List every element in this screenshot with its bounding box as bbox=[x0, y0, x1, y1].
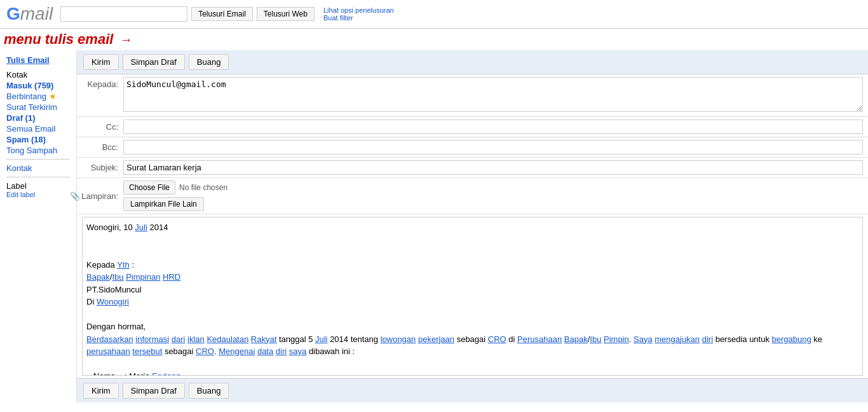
pimpin-link[interactable]: Pimpin bbox=[604, 334, 629, 344]
body-editor[interactable]: Wonogiri, 10 Juli 2014 Kepada Yth : Bapa… bbox=[82, 217, 863, 376]
sidebar-nav: Kotak Masuk (759) Berbintang ★ Surat Ter… bbox=[6, 70, 70, 155]
sidebar-item-tong-sampah[interactable]: Tong Sampah bbox=[6, 146, 70, 155]
sidebar: Tulis Email Kotak Masuk (759) Berbintang… bbox=[0, 50, 76, 402]
mengenai-link[interactable]: Mengenai bbox=[219, 347, 255, 356]
choose-file-button[interactable]: Choose File bbox=[123, 181, 175, 195]
edit-label-link[interactable]: Edit label bbox=[6, 191, 70, 198]
annotation-text: menu tulis email bbox=[0, 30, 119, 49]
bottom-toolbar: Kirim Simpan Draf Buang bbox=[77, 378, 868, 402]
wonogiri-link[interactable]: Wonogiri bbox=[97, 297, 129, 306]
bapak-link[interactable]: Bapak bbox=[86, 272, 110, 282]
header: Gmail Telusuri Email Telusuri Web Lihat … bbox=[0, 0, 868, 29]
kepada-textarea[interactable]: SidoMuncul@gmail.com bbox=[123, 77, 863, 112]
search-links: Lihat opsi penelusuran Buat filter bbox=[323, 6, 394, 22]
label-section: Label Edit label bbox=[6, 181, 70, 198]
kirim-button-bottom[interactable]: Kirim bbox=[83, 383, 119, 399]
sidebar-item-berbintang[interactable]: Berbintang ★ bbox=[6, 92, 70, 101]
subjek-input-wrapper bbox=[123, 160, 863, 175]
label-title: Label bbox=[6, 181, 27, 191]
yth-link[interactable]: Yth bbox=[117, 260, 130, 270]
main-content: Kirim Simpan Draf Buang Kepada: SidoMunc… bbox=[76, 50, 868, 402]
bcc-row: Bcc: bbox=[77, 137, 868, 158]
kirim-button-top[interactable]: Kirim bbox=[83, 54, 119, 70]
sidebar-item-surat-terkirim[interactable]: Surat Terkirim bbox=[6, 102, 70, 112]
bergabung-link[interactable]: bergabung bbox=[772, 334, 811, 344]
sidebar-item-kotak[interactable]: Kotak bbox=[6, 70, 70, 79]
kepada-input-wrapper: SidoMuncul@gmail.com bbox=[123, 77, 863, 114]
logo-mail: mail bbox=[20, 4, 53, 24]
star-icon: ★ bbox=[49, 92, 57, 101]
logo-g: G bbox=[6, 4, 20, 24]
lampiran-row: 📎 Lampiran: Choose File No file chosen L… bbox=[77, 178, 868, 214]
berdasarkan-link[interactable]: Berdasarkan bbox=[86, 334, 133, 344]
annotation-arrow: → bbox=[119, 32, 132, 47]
compose-form: Kepada: SidoMuncul@gmail.com Cc: Bcc: bbox=[77, 74, 868, 378]
top-toolbar: Kirim Simpan Draf Buang bbox=[77, 50, 868, 74]
cro-link[interactable]: CRO bbox=[488, 334, 506, 344]
juli-link[interactable]: Juli bbox=[135, 223, 147, 232]
tersebut-link[interactable]: tersebut bbox=[132, 347, 162, 356]
simpan-draf-button-bottom[interactable]: Simpan Draf bbox=[123, 383, 185, 399]
cc-row: Cc: bbox=[77, 117, 868, 137]
file-input-row: Choose File No file chosen bbox=[123, 181, 227, 195]
bapak2-link[interactable]: Bapak bbox=[564, 334, 588, 344]
opsi-link[interactable]: Lihat opsi penelusuran bbox=[323, 6, 394, 14]
ibu-link[interactable]: Ibu bbox=[112, 272, 124, 282]
telusuri-email-button[interactable]: Telusuri Email bbox=[191, 7, 253, 21]
lampirkan-file-lain-button[interactable]: Lampirkan File Lain bbox=[123, 197, 204, 211]
sidebar-item-masuk[interactable]: Masuk (759) bbox=[6, 81, 70, 90]
attachment-controls: Choose File No file chosen Lampirkan Fil… bbox=[123, 181, 227, 211]
lowongan-link[interactable]: lowongan bbox=[381, 334, 416, 344]
hrd-link[interactable]: HRD bbox=[163, 272, 180, 282]
bcc-label: Bcc: bbox=[82, 140, 123, 152]
layout: Tulis Email Kotak Masuk (759) Berbintang… bbox=[0, 50, 868, 402]
kepada-label: Kepada: bbox=[82, 77, 123, 89]
sidebar-divider bbox=[6, 159, 70, 160]
cc-input-wrapper bbox=[123, 120, 863, 134]
diri-link[interactable]: diri bbox=[702, 334, 713, 344]
saya-link[interactable]: Saya bbox=[634, 334, 653, 344]
iklan-link[interactable]: iklan bbox=[187, 334, 205, 344]
sidebar-item-draf[interactable]: Draf (1) bbox=[6, 113, 70, 123]
buang-button-bottom[interactable]: Buang bbox=[189, 383, 229, 399]
bcc-input-wrapper bbox=[123, 140, 863, 154]
gmail-logo: Gmail bbox=[6, 4, 53, 24]
sidebar-divider2 bbox=[6, 177, 70, 177]
perusahaan2-link[interactable]: perusahaan bbox=[86, 347, 130, 356]
buang-button-top[interactable]: Buang bbox=[189, 54, 229, 70]
pekerjaan-link[interactable]: pekerjaan bbox=[418, 334, 454, 344]
body-row: Wonogiri, 10 Juli 2014 Kepada Yth : Bapa… bbox=[77, 214, 868, 378]
ibu2-link[interactable]: Ibu bbox=[590, 334, 601, 344]
mengajukan-link[interactable]: mengajukan bbox=[654, 334, 700, 344]
tulis-email-link[interactable]: Tulis Email bbox=[6, 55, 70, 65]
sidebar-item-kontak[interactable]: Kontak bbox=[6, 163, 70, 173]
cc-input[interactable] bbox=[123, 120, 863, 134]
subjek-label: Subjek: bbox=[82, 160, 123, 172]
rakyat-link[interactable]: Rakyat bbox=[251, 334, 276, 344]
juli2-link[interactable]: Juli bbox=[315, 334, 328, 344]
diri2-link[interactable]: diri bbox=[276, 347, 287, 356]
perusahaan-link[interactable]: Perusahaan bbox=[517, 334, 562, 344]
data-link[interactable]: data bbox=[257, 347, 273, 356]
annotation-row: menu tulis email → bbox=[0, 29, 868, 50]
lampiran-label: Lampiran: bbox=[81, 191, 118, 201]
kedaulatan-link[interactable]: Kedaulatan bbox=[207, 334, 248, 344]
dari-link[interactable]: dari bbox=[172, 334, 186, 344]
filter-link[interactable]: Buat filter bbox=[323, 14, 394, 22]
telusuri-web-button[interactable]: Telusuri Web bbox=[257, 7, 315, 21]
informasi-link[interactable]: informasi bbox=[135, 334, 169, 344]
subjek-input[interactable] bbox=[123, 160, 863, 175]
sidebar-item-spam[interactable]: Spam (18) bbox=[6, 135, 70, 144]
lampiran-label-wrapper: 📎 Lampiran: bbox=[82, 191, 123, 201]
cc-label: Cc: bbox=[82, 120, 123, 132]
endeng-link[interactable]: Endeng bbox=[152, 371, 180, 376]
cro2-link[interactable]: CRO bbox=[196, 347, 214, 356]
paperclip-icon: 📎 bbox=[70, 191, 80, 201]
saya2-link[interactable]: saya bbox=[289, 347, 306, 356]
simpan-draf-button-top[interactable]: Simpan Draf bbox=[123, 54, 185, 70]
bcc-input[interactable] bbox=[123, 140, 863, 154]
sidebar-item-semua-email[interactable]: Semua Email bbox=[6, 124, 70, 134]
search-input[interactable] bbox=[60, 6, 187, 22]
pimpinan-link[interactable]: Pimpinan bbox=[126, 272, 160, 282]
no-file-text: No file chosen bbox=[179, 183, 227, 192]
